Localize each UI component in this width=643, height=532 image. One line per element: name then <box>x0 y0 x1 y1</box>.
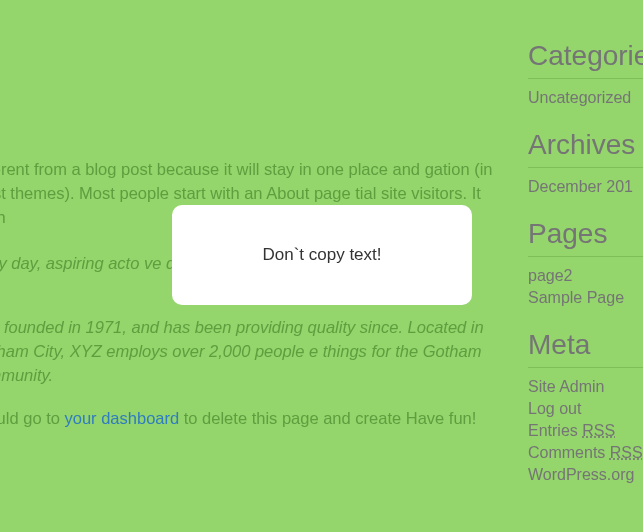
divider <box>528 256 643 257</box>
page-link-page2[interactable]: page2 <box>528 267 643 285</box>
archive-link-dec[interactable]: December 201 <box>528 178 643 196</box>
category-link-uncategorized[interactable]: Uncategorized <box>528 89 643 107</box>
sidebar-section-archives: Archives December 201 <box>528 129 643 196</box>
divider <box>528 78 643 79</box>
copy-warning-modal: Don`t copy text! <box>172 205 472 305</box>
sidebar-section-pages: Pages page2 Sample Page <box>528 218 643 307</box>
divider <box>528 167 643 168</box>
page-link-sample[interactable]: Sample Page <box>528 289 643 307</box>
meta-link-site-admin[interactable]: Site Admin <box>528 378 643 396</box>
comments-label: Comments <box>528 444 610 461</box>
page-root: different from a blog post because it wi… <box>0 0 643 532</box>
meta-link-comments-rss[interactable]: Comments RSS <box>528 444 643 462</box>
instruction-text-after: to delete this page and create Have fun! <box>179 409 476 427</box>
rss-abbr: RSS <box>582 422 615 439</box>
archives-heading: Archives <box>528 129 643 161</box>
pages-heading: Pages <box>528 218 643 250</box>
sidebar-section-meta: Meta Site Admin Log out Entries RSS Comm… <box>528 329 643 484</box>
meta-link-entries-rss[interactable]: Entries RSS <box>528 422 643 440</box>
entries-label: Entries <box>528 422 582 439</box>
rss-abbr: RSS <box>610 444 643 461</box>
sidebar-section-categories: Categories Uncategorized <box>528 40 643 107</box>
categories-heading: Categories <box>528 40 643 72</box>
meta-heading: Meta <box>528 329 643 361</box>
about-company-quote: was founded in 1971, and has been provid… <box>0 316 500 388</box>
meta-link-log-out[interactable]: Log out <box>528 400 643 418</box>
divider <box>528 367 643 368</box>
sidebar: Categories Uncategorized Archives Decemb… <box>528 0 643 506</box>
dashboard-link[interactable]: your dashboard <box>65 409 180 427</box>
meta-link-wordpress-org[interactable]: WordPress.org <box>528 466 643 484</box>
about-instruction-paragraph: should go to your dashboard to delete th… <box>0 407 500 431</box>
instruction-text-before: should go to <box>0 409 65 427</box>
copy-warning-text: Don`t copy text! <box>262 245 381 265</box>
